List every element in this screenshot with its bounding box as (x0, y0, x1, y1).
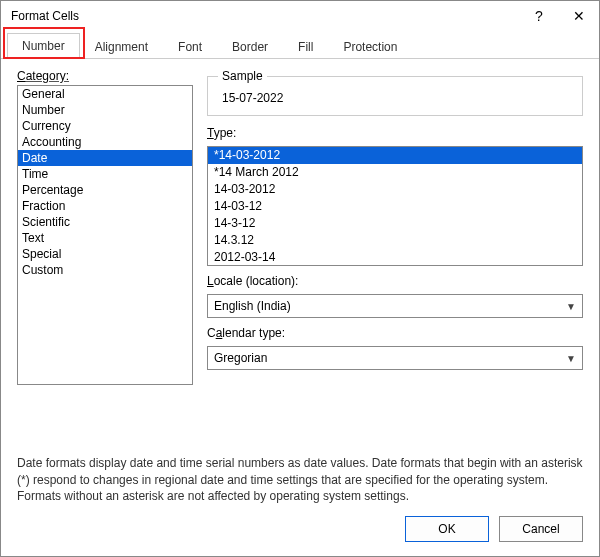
category-item[interactable]: Custom (18, 262, 192, 278)
type-listbox[interactable]: *14-03-2012*14 March 201214-03-201214-03… (207, 146, 583, 266)
category-item[interactable]: Time (18, 166, 192, 182)
type-item[interactable]: *14-03-2012 (208, 147, 582, 164)
chevron-down-icon: ▼ (566, 353, 576, 364)
type-item[interactable]: 14-3-12 (208, 215, 582, 232)
type-item[interactable]: 14.3.12 (208, 232, 582, 249)
type-item[interactable]: 14-03-2012 (208, 181, 582, 198)
category-item[interactable]: Currency (18, 118, 192, 134)
chevron-down-icon: ▼ (566, 301, 576, 312)
category-item[interactable]: General (18, 86, 192, 102)
dialog-buttons: OK Cancel (1, 506, 599, 556)
category-item[interactable]: Fraction (18, 198, 192, 214)
tab-alignment[interactable]: Alignment (80, 34, 163, 59)
tab-fill[interactable]: Fill (283, 34, 328, 59)
tab-content: Category: GeneralNumberCurrencyAccountin… (1, 59, 599, 449)
help-icon: ? (535, 8, 543, 24)
category-item[interactable]: Date (18, 150, 192, 166)
tab-number[interactable]: Number (7, 33, 80, 59)
type-item[interactable]: *14 March 2012 (208, 164, 582, 181)
detail-column: Sample 15-07-2022 Type: *14-03-2012*14 M… (207, 69, 583, 445)
close-button[interactable]: ✕ (559, 1, 599, 31)
category-item[interactable]: Special (18, 246, 192, 262)
sample-group: Sample 15-07-2022 (207, 69, 583, 116)
tab-border[interactable]: Border (217, 34, 283, 59)
type-item[interactable]: 14-03-12 (208, 198, 582, 215)
calendar-combo[interactable]: Gregorian ▼ (207, 346, 583, 370)
type-label: Type: (207, 126, 583, 140)
close-icon: ✕ (573, 8, 585, 24)
category-item[interactable]: Scientific (18, 214, 192, 230)
format-cells-dialog: Format Cells ? ✕ Number Alignment Font B… (0, 0, 600, 557)
description-text: Date formats display date and time seria… (1, 449, 599, 506)
category-item[interactable]: Number (18, 102, 192, 118)
category-item[interactable]: Accounting (18, 134, 192, 150)
titlebar: Format Cells ? ✕ (1, 1, 599, 31)
category-label: Category: (17, 69, 193, 83)
tabstrip: Number Alignment Font Border Fill Protec… (1, 31, 599, 59)
sample-label: Sample (218, 69, 267, 83)
dialog-title: Format Cells (11, 9, 519, 23)
category-listbox[interactable]: GeneralNumberCurrencyAccountingDateTimeP… (17, 85, 193, 385)
locale-combo[interactable]: English (India) ▼ (207, 294, 583, 318)
category-column: Category: GeneralNumberCurrencyAccountin… (17, 69, 193, 445)
calendar-value: Gregorian (214, 351, 267, 365)
help-button[interactable]: ? (519, 1, 559, 31)
locale-value: English (India) (214, 299, 291, 313)
category-item[interactable]: Text (18, 230, 192, 246)
tab-protection[interactable]: Protection (328, 34, 412, 59)
tab-font[interactable]: Font (163, 34, 217, 59)
calendar-label: Calendar type: (207, 326, 583, 340)
locale-label: Locale (location): (207, 274, 583, 288)
sample-value: 15-07-2022 (218, 89, 572, 105)
cancel-button[interactable]: Cancel (499, 516, 583, 542)
type-item[interactable]: 2012-03-14 (208, 249, 582, 266)
category-item[interactable]: Percentage (18, 182, 192, 198)
ok-button[interactable]: OK (405, 516, 489, 542)
